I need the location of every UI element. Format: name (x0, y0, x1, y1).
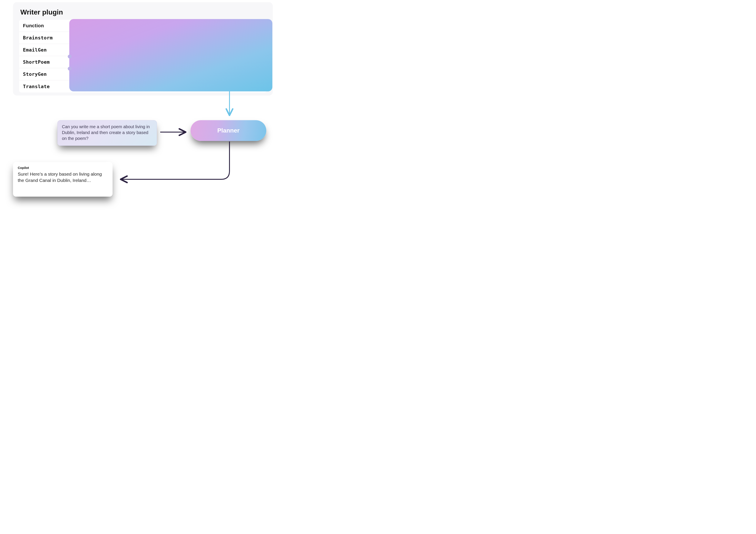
table-row: StoryGen Generate a list of synopsis for… (19, 68, 267, 80)
header-description: Description for model (71, 20, 267, 31)
fn-name: EmailGen (19, 44, 71, 55)
table-row: Translate Translate the input into a lan… (19, 80, 267, 93)
copilot-response-bubble: Copilot Sure! Here’s a story based on li… (13, 162, 113, 197)
table-row: Brainstorm Given a goal or topic descrip… (19, 32, 267, 44)
fn-name: Brainstorm (19, 33, 71, 43)
fn-name: Translate (19, 81, 71, 92)
fn-name: StoryGen (19, 69, 71, 79)
planner-node: Planner (191, 120, 266, 141)
plugin-title: Writer plugin (20, 8, 265, 16)
writer-plugin-card: Writer plugin Function Description for m… (13, 2, 273, 96)
planner-label: Planner (217, 127, 240, 134)
table-row: ShortPoem Turn a scenario into a short a… (19, 56, 267, 68)
arrow-planner-to-response (121, 142, 230, 179)
response-text: Sure! Here’s a story based on living alo… (18, 171, 108, 183)
fn-desc: Turn a scenario into a short and enterta… (71, 57, 267, 68)
user-prompt-bubble: Can you write me a short poem about livi… (57, 120, 157, 146)
user-prompt-text: Can you write me a short poem about livi… (62, 124, 150, 141)
fn-desc: Translate the input into a language of y… (71, 81, 267, 92)
table-row: EmailGen Write an email from the given b… (19, 44, 267, 56)
fn-desc: Generate a list of synopsis for a novel … (71, 69, 267, 80)
header-function: Function (19, 20, 71, 31)
fn-desc: Write an email from the given bullet poi… (71, 44, 267, 55)
table-header-row: Function Description for model (19, 20, 267, 32)
fn-desc: Given a goal or topic description genera… (71, 33, 267, 43)
fn-name: ShortPoem (19, 57, 71, 67)
plugin-table: Function Description for model Brainstor… (19, 20, 267, 93)
response-sender: Copilot (18, 166, 108, 170)
